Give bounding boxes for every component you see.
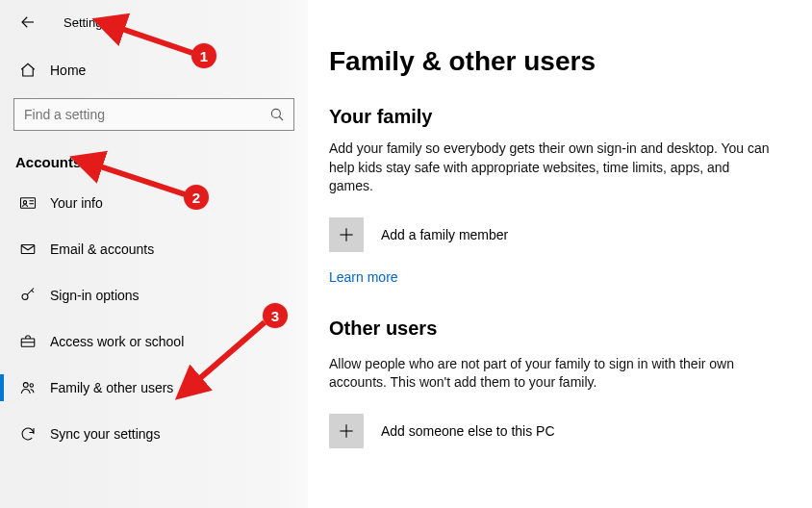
svg-line-2 [279, 116, 283, 120]
app-title: Settings [63, 15, 109, 30]
add-family-member-label: Add a family member [381, 227, 508, 242]
sidebar-item-label: Access work or school [50, 334, 184, 349]
sidebar-item-email-accounts[interactable]: Email & accounts [0, 226, 308, 272]
learn-more-link[interactable]: Learn more [329, 269, 398, 285]
sidebar-item-label: Email & accounts [50, 241, 154, 257]
svg-point-14 [30, 384, 33, 387]
sync-icon [17, 425, 38, 443]
svg-rect-7 [21, 245, 35, 254]
mail-icon [17, 241, 38, 258]
main-content: Family & other users Your family Add you… [329, 0, 810, 508]
sidebar-home[interactable]: Home [0, 50, 308, 90]
home-icon [17, 62, 38, 79]
sidebar-item-label: Your info [50, 195, 103, 211]
sidebar-item-label: Sync your settings [50, 426, 160, 442]
svg-point-4 [23, 201, 26, 204]
search-input-field[interactable] [14, 101, 293, 128]
sidebar-item-sync-settings[interactable]: Sync your settings [0, 411, 308, 457]
sidebar-section-title: Accounts [0, 131, 308, 174]
other-users-heading: Other users [329, 318, 810, 340]
sidebar-item-label: Sign-in options [50, 288, 140, 303]
person-card-icon [17, 194, 38, 212]
your-family-description: Add your family so everybody gets their … [329, 140, 772, 196]
add-other-user-label: Add someone else to this PC [381, 423, 555, 439]
add-other-user-button[interactable]: Add someone else to this PC [329, 414, 810, 448]
sidebar-item-label: Family & other users [50, 380, 173, 395]
plus-icon [329, 414, 364, 448]
svg-point-8 [22, 294, 28, 300]
people-icon [17, 379, 38, 396]
svg-point-1 [271, 109, 280, 117]
add-family-member-button[interactable]: Add a family member [329, 217, 810, 252]
settings-sidebar: Settings Home Accounts [0, 0, 308, 508]
back-arrow-icon[interactable] [19, 13, 37, 31]
sidebar-item-family-other-users[interactable]: Family & other users [0, 365, 308, 411]
sidebar-item-your-info[interactable]: Your info [0, 180, 308, 226]
briefcase-icon [17, 333, 38, 350]
plus-icon [329, 217, 364, 252]
svg-line-10 [32, 291, 34, 292]
sidebar-home-label: Home [50, 63, 86, 78]
search-icon [268, 106, 286, 126]
sidebar-item-access-work-school[interactable]: Access work or school [0, 318, 308, 365]
your-family-heading: Your family [329, 106, 810, 128]
other-users-description: Allow people who are not part of your fa… [329, 355, 772, 393]
svg-point-13 [23, 383, 28, 388]
search-settings-input[interactable] [13, 98, 294, 131]
page-title: Family & other users [329, 46, 810, 77]
sidebar-item-signin-options[interactable]: Sign-in options [0, 272, 308, 318]
key-icon [17, 287, 38, 304]
